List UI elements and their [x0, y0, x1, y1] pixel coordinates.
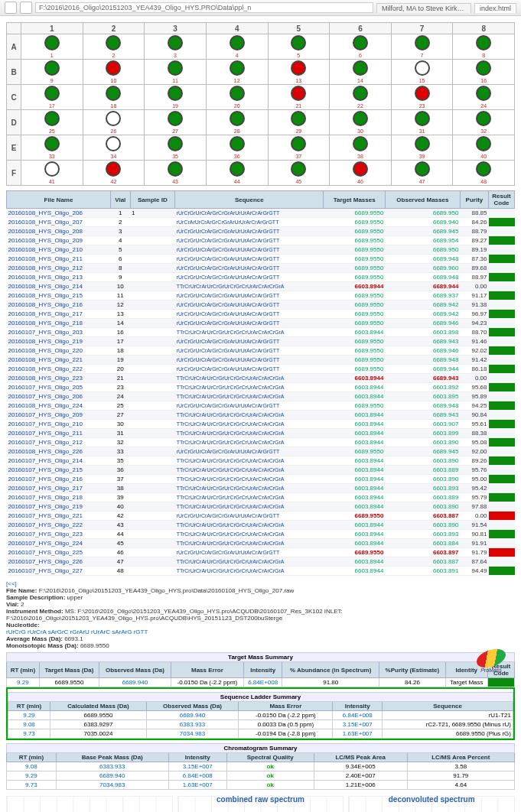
- table-row[interactable]: 20160107_HYS_Oligo_22546rUrCrGrUrCrArGrC…: [7, 548, 515, 557]
- table-row[interactable]: 20160107_HYS_Oligo_21131TTrCrUrCrArUrCrG…: [7, 429, 515, 438]
- well-5[interactable]: 5: [268, 34, 330, 60]
- table-row[interactable]: 20160107_HYS_Oligo_21435TTrCrUrCrArUrCrG…: [7, 456, 515, 466]
- nucleotide-label: Nucleotide:: [6, 622, 40, 628]
- back-link[interactable]: [<<]: [6, 580, 17, 587]
- table-row[interactable]: 20160107_HYS_Oligo_21637TTrCrUrCrArUrCrG…: [7, 475, 515, 484]
- back-icon[interactable]: [5, 2, 17, 14]
- forward-icon[interactable]: [20, 2, 32, 14]
- table-row[interactable]: 20160108_HYS_Oligo_22633rUrCrGrUrCrArGrC…: [7, 447, 515, 456]
- table-row[interactable]: 20160108_HYS_Oligo_21814rUrCrGrUrCrArGrC…: [7, 319, 515, 328]
- mono-mass-label: Monoisotopic Mass (Da):: [6, 642, 79, 649]
- well-29[interactable]: 29: [268, 110, 330, 135]
- well-23[interactable]: 23: [391, 85, 453, 110]
- well-43[interactable]: 43: [145, 161, 207, 186]
- well-9[interactable]: 9: [21, 60, 83, 85]
- table-row[interactable]: 20160107_HYS_Oligo_20523TTrCrUrCrArUrCrG…: [7, 383, 515, 392]
- table-row[interactable]: 20160108_HYS_Oligo_22119rUrCrGrUrCrArGrC…: [7, 356, 515, 365]
- table-row[interactable]: 20160108_HYS_Oligo_21612rUrCrGrUrCrArGrC…: [7, 300, 515, 310]
- sequence-ladder-summary: Sequence Ladder Summary RT (min)Calculat…: [8, 692, 513, 739]
- well-27[interactable]: 27: [145, 110, 207, 135]
- table-row[interactable]: 20160107_HYS_Oligo_21738TTrCrUrCrArUrCrG…: [7, 484, 515, 493]
- table-row[interactable]: 20160108_HYS_Oligo_2139rUrCrGrUrCrArGrCr…: [7, 273, 515, 282]
- well-1[interactable]: 1: [21, 34, 83, 60]
- table-row[interactable]: 20160107_HYS_Oligo_20316TTrCrUrCrArUrCrG…: [7, 328, 515, 337]
- well-6[interactable]: 6: [330, 34, 392, 60]
- well-11[interactable]: 11: [145, 60, 207, 85]
- well-19[interactable]: 19: [145, 85, 207, 110]
- well-10[interactable]: 10: [83, 60, 145, 85]
- table-row[interactable]: 20160108_HYS_Oligo_21917rUrCrGrUrCrArGrC…: [7, 337, 515, 346]
- well-42[interactable]: 42: [83, 161, 145, 186]
- well-32[interactable]: 32: [453, 110, 515, 135]
- table-row[interactable]: 20160107_HYS_Oligo_22748TTrCrUrCrArUrCrG…: [7, 567, 515, 576]
- well-48[interactable]: 48: [453, 161, 515, 186]
- well-36[interactable]: 36: [206, 135, 268, 161]
- table-row[interactable]: 20160107_HYS_Oligo_22142rUrCrGrUrCrArGrC…: [7, 512, 515, 521]
- table-row[interactable]: 20160107_HYS_Oligo_22445TTrCrUrCrArUrCrG…: [7, 539, 515, 548]
- well-35[interactable]: 35: [145, 135, 207, 161]
- well-14[interactable]: 14: [330, 60, 392, 85]
- well-25[interactable]: 25: [21, 110, 83, 135]
- well-45[interactable]: 45: [268, 161, 330, 186]
- table-row[interactable]: 20160107_HYS_Oligo_21030TTrCrUrCrArUrCrG…: [7, 420, 515, 429]
- well-46[interactable]: 46: [330, 161, 392, 186]
- well-37[interactable]: 37: [268, 135, 330, 161]
- table-row[interactable]: 20160108_HYS_Oligo_20611rUrCrGrUrCrArGrC…: [7, 209, 515, 218]
- well-21[interactable]: 21: [268, 85, 330, 110]
- tab-0[interactable]: Milford, MA to Steve Kirk – A…: [376, 3, 471, 13]
- well-15[interactable]: 15: [391, 60, 453, 85]
- table-row[interactable]: 20160108_HYS_Oligo_22018rUrCrGrUrCrArGrC…: [7, 346, 515, 356]
- target-mass-summary: Target Mass Summary RT (min)Target Mass …: [6, 652, 515, 687]
- well-20[interactable]: 20: [206, 85, 268, 110]
- well-2[interactable]: 2: [83, 34, 145, 60]
- sample-detail: [<<] File Name: F:\2016\2016_Oligo\20151…: [6, 580, 515, 649]
- well-8[interactable]: 8: [453, 34, 515, 60]
- well-13[interactable]: 13: [268, 60, 330, 85]
- table-row[interactable]: 20160108_HYS_Oligo_2094rUrCrGrUrCrArGrCr…: [7, 236, 515, 245]
- well-17[interactable]: 17: [21, 85, 83, 110]
- table-row[interactable]: 20160107_HYS_Oligo_22243TTrCrUrCrArUrCrG…: [7, 521, 515, 530]
- table-row[interactable]: 20160108_HYS_Oligo_2128rUrCrGrUrCrArGrCr…: [7, 264, 515, 273]
- table-row[interactable]: 20160108_HYS_Oligo_2105rUrCrGrUrCrArGrCr…: [7, 245, 515, 255]
- table-row[interactable]: 20160108_HYS_Oligo_2072rUrCrArUrCrArGrCr…: [7, 218, 515, 227]
- well-24[interactable]: 24: [453, 85, 515, 110]
- well-39[interactable]: 39: [391, 135, 453, 161]
- tab-1[interactable]: index.html: [474, 3, 516, 13]
- well-12[interactable]: 12: [206, 60, 268, 85]
- table-row[interactable]: 20160108_HYS_Oligo_22220rUrCrGrUrCrArGrC…: [7, 365, 515, 374]
- table-row[interactable]: 20160107_HYS_Oligo_21839TTrCrUrCrArUrCrG…: [7, 493, 515, 502]
- table-row[interactable]: 20160107_HYS_Oligo_21232TTrCrUrCrArUrCrG…: [7, 438, 515, 447]
- table-row[interactable]: 20160108_HYS_Oligo_2116rUrCrGrUrCrArGrCr…: [7, 255, 515, 264]
- table-row[interactable]: 20160107_HYS_Oligo_21940TTrCrUrCrArUrCrG…: [7, 502, 515, 512]
- well-26[interactable]: 26: [83, 110, 145, 135]
- well-22[interactable]: 22: [330, 85, 392, 110]
- table-row[interactable]: 20160108_HYS_Oligo_2083rUrCrGrUrCrArGrCr…: [7, 227, 515, 236]
- promass-logo: ProMass: [475, 649, 507, 678]
- well-4[interactable]: 4: [206, 34, 268, 60]
- well-28[interactable]: 28: [206, 110, 268, 135]
- address-bar[interactable]: F:\2016\2016_Oligo\20151203_YEA439_Oligo…: [35, 2, 373, 13]
- table-row[interactable]: 20160107_HYS_Oligo_20927TTrCrUrCrArUrCrG…: [7, 411, 515, 420]
- well-38[interactable]: 38: [330, 135, 392, 161]
- well-44[interactable]: 44: [206, 161, 268, 186]
- well-3[interactable]: 3: [145, 34, 207, 60]
- table-row[interactable]: 20160108_HYS_Oligo_21410TTrCrUrCrArUrCrG…: [7, 282, 515, 291]
- table-row[interactable]: 20160107_HYS_Oligo_22344TTrCrUrCrArUrCrG…: [7, 530, 515, 539]
- well-31[interactable]: 31: [391, 110, 453, 135]
- well-33[interactable]: 33: [21, 135, 83, 161]
- well-40[interactable]: 40: [453, 135, 515, 161]
- table-row[interactable]: 20160107_HYS_Oligo_21536TTrCrUrCrArUrCrG…: [7, 466, 515, 475]
- table-row[interactable]: 20160108_HYS_Oligo_22425rUrCrGrUrCrArGrC…: [7, 401, 515, 411]
- table-row[interactable]: 20160107_HYS_Oligo_20624TTrCrUrCrArUrCrG…: [7, 392, 515, 401]
- well-34[interactable]: 34: [83, 135, 145, 161]
- table-row[interactable]: 20160108_HYS_Oligo_22321TTrCrUrCrArUrCrG…: [7, 374, 515, 383]
- well-47[interactable]: 47: [391, 161, 453, 186]
- well-16[interactable]: 16: [453, 60, 515, 85]
- table-row[interactable]: 20160108_HYS_Oligo_21713rUrCrGrUrCrArGrC…: [7, 310, 515, 319]
- well-7[interactable]: 7: [391, 34, 453, 60]
- well-18[interactable]: 18: [83, 85, 145, 110]
- well-41[interactable]: 41: [21, 161, 83, 186]
- table-row[interactable]: 20160107_HYS_Oligo_22647TTrCrUrCrArUrCrG…: [7, 557, 515, 567]
- table-row[interactable]: 20160108_HYS_Oligo_21511rUrCrGrUrCrArGrC…: [7, 291, 515, 300]
- well-30[interactable]: 30: [330, 110, 392, 135]
